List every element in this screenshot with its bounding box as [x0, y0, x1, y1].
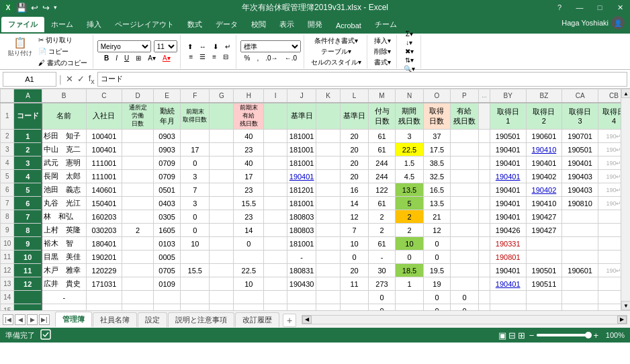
- cell-m7[interactable]: 61: [369, 197, 396, 210]
- cell-h3[interactable]: 23: [234, 143, 264, 156]
- scroll-up-btn[interactable]: ▲: [621, 89, 630, 98]
- zoom-slider[interactable]: [537, 334, 590, 336]
- cell-c8[interactable]: 160203: [86, 210, 122, 224]
- cell-i13[interactable]: [264, 277, 287, 291]
- wrap-text-btn[interactable]: ↵: [222, 42, 233, 51]
- align-center-btn[interactable]: ☰: [197, 52, 208, 61]
- cell-b9[interactable]: 上村 英隆: [42, 224, 86, 237]
- sum-btn[interactable]: Σ▾: [403, 30, 416, 38]
- cell-m2[interactable]: 61: [369, 130, 396, 143]
- cell-k11[interactable]: [316, 251, 341, 264]
- header-name[interactable]: 名前: [42, 103, 86, 130]
- col-k-header[interactable]: K: [316, 89, 341, 103]
- cell-d3[interactable]: [122, 143, 154, 156]
- cell-ca12[interactable]: 190601: [562, 264, 598, 277]
- cell-b8[interactable]: 林 和弘: [42, 210, 86, 224]
- header-k[interactable]: [316, 103, 341, 130]
- tab-page-layout[interactable]: ページレイアウト: [108, 17, 181, 32]
- cell-by9[interactable]: 190426: [490, 224, 526, 237]
- col-d-header[interactable]: D: [122, 89, 154, 103]
- col-by-header[interactable]: BY: [490, 89, 526, 103]
- cell-o6[interactable]: 16.5: [424, 183, 451, 197]
- cell-ca3[interactable]: 190501: [562, 143, 598, 156]
- decrease-decimal-btn[interactable]: ←.0: [282, 54, 300, 62]
- qa-dropdown-btn[interactable]: ▾: [52, 4, 58, 11]
- cell-j7[interactable]: 181001: [287, 197, 316, 210]
- cell-l7[interactable]: 14: [340, 197, 368, 210]
- cell-a10[interactable]: 9: [14, 237, 42, 251]
- cell-ca6[interactable]: 190403: [562, 183, 598, 197]
- cell-e8[interactable]: 0305: [154, 210, 181, 224]
- cell-n12[interactable]: 18.5: [395, 264, 423, 277]
- cell-l11[interactable]: 0: [340, 251, 368, 264]
- cell-l12[interactable]: 20: [340, 264, 368, 277]
- cell-f11[interactable]: [181, 251, 210, 264]
- cell-d9[interactable]: 2: [122, 224, 154, 237]
- cell-by10[interactable]: 190331: [490, 237, 526, 251]
- cell-bz13[interactable]: 190511: [526, 277, 562, 291]
- cell-n6[interactable]: 13.5: [395, 183, 423, 197]
- tab-first-btn[interactable]: |◀: [3, 314, 13, 325]
- col-f-header[interactable]: F: [181, 89, 210, 103]
- cell-e5[interactable]: 0709: [154, 170, 181, 183]
- cell-g5[interactable]: [210, 170, 234, 183]
- cell-c3[interactable]: 100401: [86, 143, 122, 156]
- cell-n10[interactable]: 10: [395, 237, 423, 251]
- cell-a9[interactable]: 8: [14, 224, 42, 237]
- cell-by2[interactable]: 190501: [490, 130, 526, 143]
- header-remain-days[interactable]: 有給残日数: [450, 103, 478, 130]
- cell-l4[interactable]: 20: [340, 156, 368, 170]
- cell-l6[interactable]: 16: [340, 183, 368, 197]
- header-base-days[interactable]: 基準日: [340, 103, 368, 130]
- cell-j10[interactable]: 181001: [287, 237, 316, 251]
- cell-g6[interactable]: [210, 183, 234, 197]
- cell-d12[interactable]: [122, 264, 154, 277]
- align-middle-btn[interactable]: ↔: [197, 42, 209, 51]
- h-scroll-left-btn[interactable]: ◀: [302, 316, 312, 324]
- maximize-btn[interactable]: □: [590, 0, 610, 15]
- col-l-header[interactable]: L: [340, 89, 368, 103]
- cell-ca13[interactable]: [562, 277, 598, 291]
- cell-ca15[interactable]: [562, 304, 598, 311]
- cell-c6[interactable]: 140601: [86, 183, 122, 197]
- cell-bz5[interactable]: 190402: [526, 170, 562, 183]
- cell-d5[interactable]: [122, 170, 154, 183]
- cell-g8[interactable]: [210, 210, 234, 224]
- tab-file[interactable]: ファイル: [1, 17, 44, 32]
- cell-by4[interactable]: 190401: [490, 156, 526, 170]
- cell-b13[interactable]: 広井 貴史: [42, 277, 86, 291]
- cell-f9[interactable]: 0: [181, 224, 210, 237]
- cell-i7[interactable]: [264, 197, 287, 210]
- scroll-down-btn[interactable]: ▼: [621, 301, 630, 310]
- cell-o12[interactable]: 19.5: [424, 264, 451, 277]
- cell-e6[interactable]: 0501: [154, 183, 181, 197]
- sheet-tab-employee[interactable]: 社員名簿: [93, 312, 137, 327]
- cell-i6[interactable]: [264, 183, 287, 197]
- cell-m3[interactable]: 61: [369, 143, 396, 156]
- header-base-date[interactable]: 基準日: [287, 103, 316, 130]
- cell-h4[interactable]: 40: [234, 156, 264, 170]
- cell-b15[interactable]: -: [42, 304, 86, 311]
- cell-l9[interactable]: 7: [340, 224, 368, 237]
- cell-o7[interactable]: 13.5: [424, 197, 451, 210]
- cell-i3[interactable]: [264, 143, 287, 156]
- cell-bz6[interactable]: 190402: [526, 183, 562, 197]
- cell-c12[interactable]: 120229: [86, 264, 122, 277]
- cell-c2[interactable]: 100401: [86, 130, 122, 143]
- col-c-header[interactable]: C: [86, 89, 122, 103]
- tab-data[interactable]: データ: [209, 17, 244, 32]
- cell-a12[interactable]: 11: [14, 264, 42, 277]
- bold-btn[interactable]: B: [101, 54, 111, 62]
- cell-e9[interactable]: 1605: [154, 224, 181, 237]
- cell-i14[interactable]: [264, 291, 287, 304]
- cell-k3[interactable]: [316, 143, 341, 156]
- tab-last-btn[interactable]: ▶|: [39, 314, 50, 325]
- minimize-btn[interactable]: —: [570, 0, 590, 15]
- italic-btn[interactable]: I: [113, 54, 120, 62]
- cell-k14[interactable]: [316, 291, 341, 304]
- cell-h13[interactable]: 10: [234, 277, 264, 291]
- cell-k13[interactable]: [316, 277, 341, 291]
- header-prev-remain[interactable]: 前期末有給残日数: [234, 103, 264, 130]
- cell-c14[interactable]: [86, 291, 122, 304]
- vertical-scrollbar[interactable]: ▲ ▼: [621, 89, 630, 310]
